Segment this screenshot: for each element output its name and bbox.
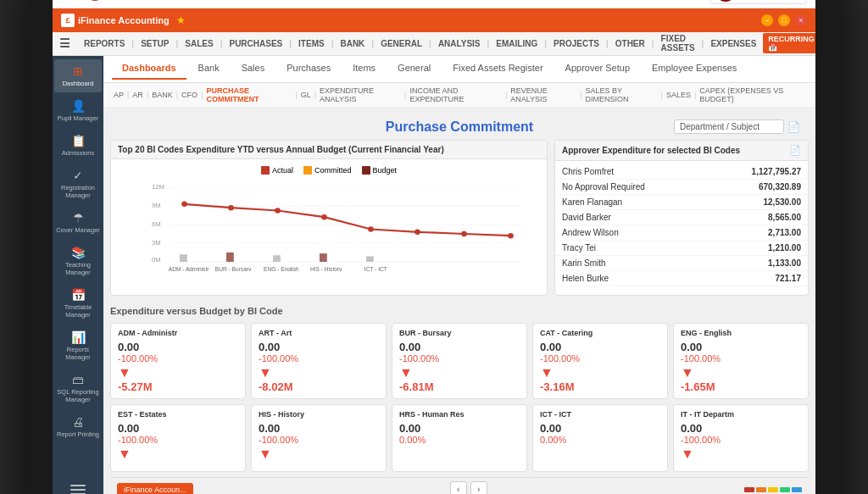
- nav-fixed-assets[interactable]: FIXED ASSETS: [654, 34, 702, 53]
- sidebar-item-print[interactable]: 🖨 Report Printing: [54, 410, 102, 443]
- logo-icon: £: [61, 14, 75, 27]
- two-panels: Top 20 BI Codes Expenditure YTD versus A…: [110, 140, 809, 296]
- sidebar: ⊞ Dashboard 👤 Pupil Manager 📋 Admissions…: [53, 56, 103, 495]
- card-eng-arrow: ▼: [681, 365, 694, 380]
- tab-purchases[interactable]: Purchases: [276, 58, 341, 80]
- nav-items[interactable]: ITEMS: [292, 39, 331, 48]
- nav-analysis[interactable]: ANALYSIS: [431, 39, 487, 48]
- approver-amount-6: 1,210.00: [768, 243, 801, 253]
- taskbar-app-button[interactable]: iFinance Accoun...: [117, 483, 193, 495]
- budget-cards-row2: EST - Estates 0.00 -100.00% ▼ HIS - Hist…: [110, 404, 809, 472]
- nav-reports[interactable]: REPORTS: [77, 39, 131, 48]
- card-adm-arrow: ▼: [118, 365, 131, 380]
- tab-general[interactable]: General: [387, 58, 441, 80]
- sidebar-item-sql[interactable]: 🗃 SQL Reporting Manager: [54, 368, 102, 408]
- approver-export-icon[interactable]: 📄: [789, 145, 801, 156]
- budget-section: Expenditure versus Budget by BI Code ADM…: [110, 303, 809, 472]
- sidebar-item-teaching[interactable]: 📚 Teaching Manager: [54, 241, 102, 281]
- sidebar-menu-button[interactable]: [54, 478, 102, 495]
- breadcrumb-purchase-commitment[interactable]: PURCHASE COMMITMENT: [206, 86, 292, 103]
- nav-sales[interactable]: SALES: [178, 39, 220, 48]
- nav-projects[interactable]: PROJECTS: [547, 39, 606, 48]
- tab-employee[interactable]: Employee Expenses: [642, 58, 747, 80]
- tab-dashboards[interactable]: Dashboards: [112, 58, 186, 80]
- nav-purchases[interactable]: PURCHASES: [222, 39, 289, 48]
- orange-header: £ iFinance Accounting ★ − □ ×: [53, 8, 815, 32]
- breadcrumb-capex[interactable]: CAPEX (EXPENSES VS BUDGET): [699, 86, 805, 103]
- recurring-button[interactable]: RECURRING 📅: [763, 33, 815, 53]
- color-dot-green: [780, 487, 790, 492]
- tab-items[interactable]: Items: [342, 58, 386, 80]
- export-icon[interactable]: 📄: [787, 121, 800, 133]
- maximize-button[interactable]: □: [778, 14, 790, 26]
- svg-point-14: [368, 226, 374, 232]
- top-bar: iS iSAMS Administrator ADMINISTRATOR 🌐 👤…: [53, 0, 815, 8]
- card-his-value: 0.00: [259, 422, 379, 435]
- breadcrumb-bank[interactable]: BANK: [152, 91, 173, 99]
- nav-expenses[interactable]: EXPENSES: [704, 39, 763, 48]
- legend-actual-label: Actual: [272, 166, 293, 175]
- svg-text:0M: 0M: [152, 256, 161, 264]
- tab-bank[interactable]: Bank: [188, 58, 230, 80]
- main-content: Purchase Commitment Department / Subject…: [103, 108, 815, 495]
- sidebar-item-registration[interactable]: ✓ Registration Manager: [54, 164, 102, 204]
- nav-bank[interactable]: BANK: [333, 39, 371, 48]
- user-role: ADMINISTRATOR: [109, 0, 203, 1]
- breadcrumb-sales[interactable]: SALES: [666, 91, 691, 99]
- legend-budget-dot: [362, 166, 370, 175]
- star-icon[interactable]: ★: [176, 14, 186, 26]
- chart-svg: 12M 9M 6M 3M 0M: [118, 178, 540, 271]
- svg-point-15: [415, 229, 420, 235]
- legend-committed-dot: [303, 166, 312, 175]
- sidebar-item-timetable[interactable]: 📅 Timetable Manager: [54, 283, 102, 324]
- sidebar-item-cover[interactable]: ☂ Cover Manager: [54, 206, 102, 239]
- breadcrumb-revenue[interactable]: REVENUE ANALYSIS: [510, 86, 576, 103]
- svg-rect-21: [320, 253, 327, 262]
- svg-point-13: [321, 214, 327, 219]
- card-hrs: HRS - Human Res 0.00 0.00%: [392, 404, 527, 472]
- card-adm-title: ADM - Administr: [118, 329, 238, 337]
- nav-emailing[interactable]: EMAILING: [489, 39, 544, 48]
- card-his-arrow: ▼: [259, 447, 272, 462]
- nav-general[interactable]: GENERAL: [374, 39, 429, 48]
- breadcrumb-ap[interactable]: AP: [114, 91, 124, 99]
- svg-rect-22: [366, 256, 374, 262]
- approver-panel: Approver Expenditure for selected BI Cod…: [554, 140, 809, 296]
- approver-name-2: No Approval Required: [562, 182, 645, 191]
- breadcrumb-sales-dim[interactable]: SALES BY DIMENSION: [586, 86, 658, 103]
- color-strip: [744, 487, 802, 492]
- tab-approver[interactable]: Approver Setup: [555, 58, 640, 80]
- tab-sales[interactable]: Sales: [231, 58, 275, 80]
- breadcrumb-gl[interactable]: GL: [301, 91, 311, 99]
- card-eng-title: ENG - English: [681, 329, 801, 337]
- sidebar-item-dashboard[interactable]: ⊞ Dashboard: [54, 59, 102, 92]
- sidebar-item-pupil[interactable]: 👤 Pupil Manager: [54, 94, 102, 127]
- breadcrumb-expenditure[interactable]: EXPENDITURE ANALYSIS: [320, 86, 401, 103]
- department-filter[interactable]: Department / Subject: [674, 119, 784, 134]
- card-eng-value: 0.00: [681, 341, 801, 353]
- close-button[interactable]: ×: [795, 14, 807, 26]
- nav-other[interactable]: OTHER: [609, 39, 652, 48]
- breadcrumb-ar[interactable]: AR: [132, 91, 143, 99]
- breadcrumb-income[interactable]: INCOME AND EXPENDITURE: [409, 86, 501, 103]
- print-icon: 🖨: [72, 415, 84, 429]
- nav-setup[interactable]: SETUP: [134, 39, 175, 48]
- sidebar-item-reports[interactable]: 📊 Reports Manager: [54, 325, 102, 366]
- prev-button[interactable]: ‹: [450, 481, 467, 495]
- breadcrumb-cfo[interactable]: CFO: [181, 91, 198, 99]
- tab-fixed-assets[interactable]: Fixed Assets Register: [442, 58, 553, 80]
- next-button[interactable]: ›: [470, 481, 487, 495]
- hamburger-icon[interactable]: ☰: [59, 36, 70, 50]
- chart-legend: Actual Committed Budget: [118, 166, 540, 175]
- minimize-button[interactable]: −: [761, 14, 773, 26]
- dashboard-icon: ⊞: [73, 64, 83, 78]
- approver-name-7: Karin Smith: [562, 258, 606, 268]
- card-art-arrow: ▼: [259, 365, 272, 380]
- svg-rect-18: [180, 254, 187, 262]
- approver-row-1: Chris Pomfret 1,127,795.27: [555, 164, 808, 180]
- timetable-icon: 📅: [71, 288, 86, 302]
- card-his-title: HIS - History: [259, 410, 379, 419]
- approver-amount-7: 1,133.00: [768, 258, 801, 268]
- admissions-icon: 📋: [71, 134, 86, 147]
- sidebar-item-admissions[interactable]: 📋 Admissions: [54, 129, 102, 162]
